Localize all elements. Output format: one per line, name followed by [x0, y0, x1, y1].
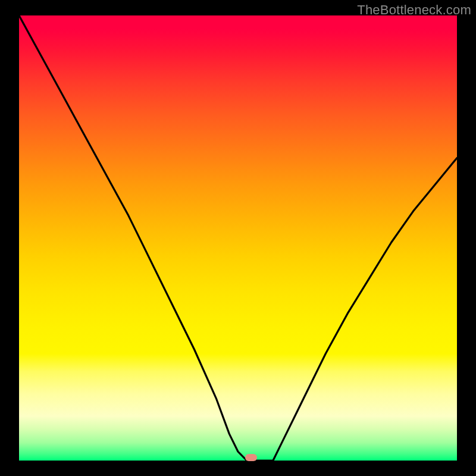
- min-marker: [245, 454, 257, 461]
- bottleneck-curve: [19, 15, 457, 461]
- plot-area: [19, 15, 457, 461]
- chart-frame: TheBottleneck.com: [0, 0, 476, 476]
- watermark-text: TheBottleneck.com: [357, 2, 471, 18]
